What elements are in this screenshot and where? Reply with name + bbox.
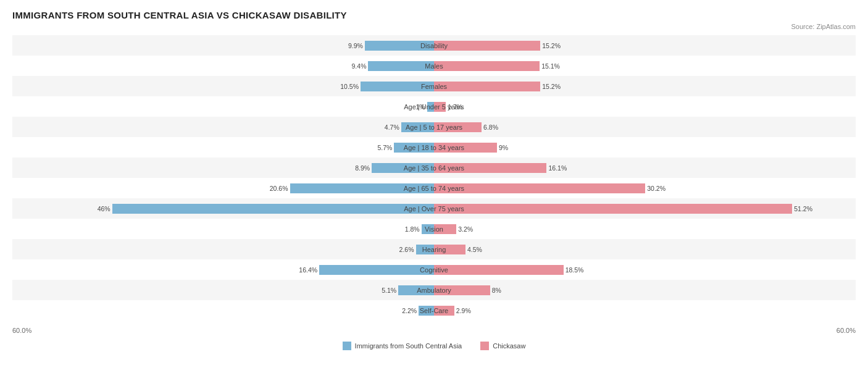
axis-right-label: 60.0%	[837, 327, 856, 334]
legend-blue-label: Immigrants from South Central Asia	[355, 342, 462, 350]
bar-container: 9.4%15.1%Males	[12, 56, 856, 76]
pink-bar	[434, 265, 564, 275]
chart-row: 16.4%18.5%Cognitive	[12, 259, 856, 280]
pink-value: 51.2%	[794, 205, 812, 212]
pink-value: 3.2%	[458, 225, 473, 233]
blue-value: 9.4%	[352, 62, 367, 70]
bar-container: 2.2%2.9%Self-Care	[12, 300, 856, 321]
bar-center-label: Age | 5 to 17 years	[406, 124, 462, 131]
pink-value: 9%	[499, 144, 508, 151]
legend-item-blue: Immigrants from South Central Asia	[343, 342, 462, 350]
bar-center-label: Disability	[420, 42, 448, 49]
chart-title: IMMIGRANTS FROM SOUTH CENTRAL ASIA VS CH…	[12, 10, 856, 20]
chart-row: 46%51.2%Age | Over 75 years	[12, 198, 856, 219]
bar-center-label: Vision	[425, 225, 443, 233]
bar-container: 8.9%16.1%Age | 35 to 64 years	[12, 158, 856, 178]
chart-area: 9.9%15.2%Disability9.4%15.1%Males10.5%15…	[12, 35, 856, 321]
chart-row: 2.6%4.5%Hearing	[12, 239, 856, 259]
bar-center-label: Age | 35 to 64 years	[404, 164, 464, 172]
bar-container: 1.8%3.2%Vision	[12, 219, 856, 239]
bar-container: 2.6%4.5%Hearing	[12, 239, 856, 259]
chart-row: 20.6%30.2%Age | 65 to 74 years	[12, 178, 856, 198]
bar-container: 4.7%6.8%Age | 5 to 17 years	[12, 117, 856, 137]
pink-value: 8%	[492, 287, 501, 294]
bar-center-label: Hearing	[422, 246, 446, 253]
blue-value: 16.4%	[299, 266, 317, 274]
bar-center-label: Age | Under 5 years	[404, 103, 464, 111]
pink-value: 6.8%	[483, 124, 498, 131]
blue-value: 10.5%	[340, 83, 359, 90]
chart-row: 2.2%2.9%Self-Care	[12, 300, 856, 321]
bar-center-label: Cognitive	[420, 266, 448, 274]
axis-left-label: 60.0%	[12, 327, 31, 334]
legend: Immigrants from South Central Asia Chick…	[12, 342, 856, 350]
legend-box-blue	[343, 342, 351, 350]
blue-value: 9.9%	[348, 42, 363, 49]
bar-container: 46%51.2%Age | Over 75 years	[12, 198, 856, 219]
chart-row: 8.9%16.1%Age | 35 to 64 years	[12, 158, 856, 178]
blue-value: 1.8%	[405, 225, 420, 233]
bar-container: 10.5%15.2%Females	[12, 76, 856, 96]
legend-item-pink: Chickasaw	[480, 342, 525, 350]
bar-container: 5.7%9%Age | 18 to 34 years	[12, 137, 856, 158]
pink-value: 15.1%	[541, 62, 560, 70]
bar-center-label: Age | 65 to 74 years	[404, 185, 464, 192]
pink-value: 4.5%	[467, 246, 482, 253]
bar-center-label: Age | Over 75 years	[404, 205, 464, 212]
bar-center-label: Males	[425, 62, 443, 70]
pink-value: 18.5%	[565, 266, 584, 274]
blue-value: 46%	[98, 205, 111, 212]
chart-row: 5.1%8%Ambulatory	[12, 280, 856, 300]
chart-row: 4.7%6.8%Age | 5 to 17 years	[12, 117, 856, 137]
source-label: Source: ZipAtlas.com	[12, 23, 856, 30]
bar-center-label: Ambulatory	[417, 287, 451, 294]
blue-value: 4.7%	[385, 124, 399, 131]
axis-row: 60.0% 60.0%	[12, 323, 856, 338]
pink-bar	[434, 82, 540, 91]
chart-row: 5.7%9%Age | 18 to 34 years	[12, 137, 856, 158]
pink-value: 30.2%	[647, 185, 666, 192]
bar-center-label: Self-Care	[420, 307, 448, 314]
bar-container: 9.9%15.2%Disability	[12, 35, 856, 56]
legend-pink-label: Chickasaw	[493, 342, 525, 350]
blue-bar	[368, 61, 434, 71]
pink-value: 15.2%	[542, 42, 561, 49]
pink-value: 15.2%	[542, 83, 561, 90]
blue-value: 2.2%	[402, 307, 417, 314]
blue-value: 5.7%	[377, 144, 392, 151]
chart-row: 1%1.7%Age | Under 5 years	[12, 96, 856, 117]
pink-bar	[434, 41, 540, 51]
pink-value: 2.9%	[456, 307, 471, 314]
chart-row: 1.8%3.2%Vision	[12, 219, 856, 239]
blue-value: 5.1%	[382, 287, 396, 294]
blue-bar	[319, 265, 434, 275]
bar-center-label: Females	[421, 83, 447, 90]
blue-value: 8.9%	[355, 164, 370, 172]
bar-container: 20.6%30.2%Age | 65 to 74 years	[12, 178, 856, 198]
pink-bar	[434, 61, 540, 71]
blue-bar	[112, 204, 434, 214]
bar-container: 16.4%18.5%Cognitive	[12, 259, 856, 280]
pink-bar	[434, 204, 792, 214]
chart-row: 9.9%15.2%Disability	[12, 35, 856, 56]
blue-value: 20.6%	[270, 185, 288, 192]
pink-value: 16.1%	[548, 164, 567, 172]
bar-center-label: Age | 18 to 34 years	[404, 144, 464, 151]
pink-bar	[434, 183, 645, 193]
legend-box-pink	[480, 342, 489, 350]
blue-value: 2.6%	[399, 246, 414, 253]
bar-container: 5.1%8%Ambulatory	[12, 280, 856, 300]
chart-row: 10.5%15.2%Females	[12, 76, 856, 96]
chart-row: 9.4%15.1%Males	[12, 56, 856, 76]
bar-container: 1%1.7%Age | Under 5 years	[12, 96, 856, 117]
